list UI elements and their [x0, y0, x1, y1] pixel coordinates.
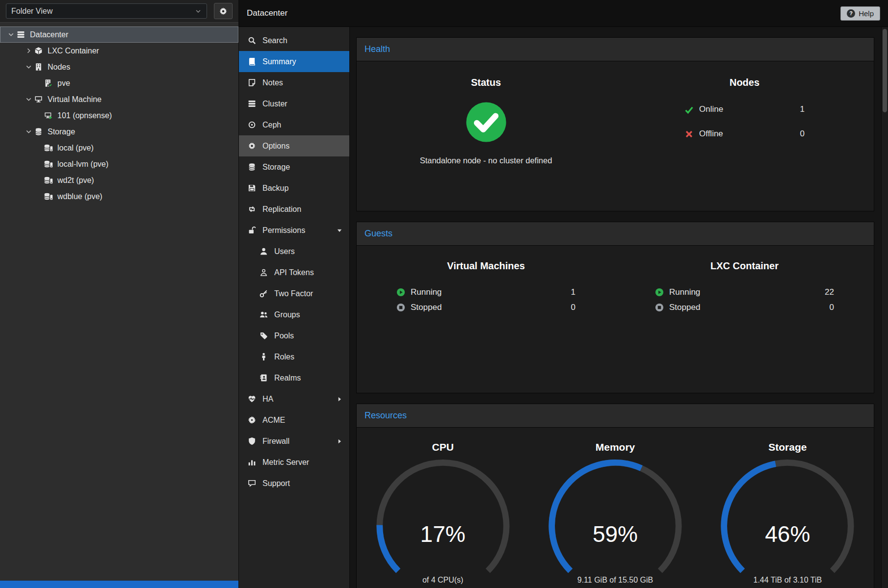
menu-item[interactable]: Pools: [239, 325, 349, 346]
nodes-status-rows: Online 1 Offline 0: [684, 97, 805, 146]
resource-gauge: Storage 46% 1.44 TiB of 3.10 TiB: [702, 441, 874, 588]
scrollbar-thumb[interactable]: [883, 29, 887, 112]
main-region: Datacenter ? Help Search: [239, 0, 888, 588]
chevron-right-icon[interactable]: [23, 47, 34, 54]
tree-item[interactable]: local (pve): [0, 140, 238, 156]
menu-item-label: Search: [262, 36, 287, 45]
menu-item[interactable]: Notes: [239, 72, 349, 93]
menu-item-label: Metric Server: [262, 458, 309, 467]
user-outline-icon: [260, 268, 269, 277]
tree-settings-button[interactable]: [214, 3, 233, 19]
menu-item[interactable]: API Tokens: [239, 262, 349, 283]
caret-right-icon: [337, 438, 343, 444]
resource-gauge: Memory 59% 9.11 GiB of 15.50 GiB: [529, 441, 701, 588]
tree-item[interactable]: local-lvm (pve): [0, 156, 238, 172]
top-header-bar: Datacenter ? Help: [239, 0, 888, 27]
tree-item[interactable]: LXC Container: [0, 43, 238, 59]
menu-item[interactable]: Options: [239, 135, 349, 156]
gauge-title: Storage: [702, 441, 874, 453]
node-status-row: Offline 0: [684, 122, 805, 146]
question-circle-icon: ?: [847, 9, 855, 18]
tree-item[interactable]: Nodes: [0, 59, 238, 75]
heartbeat-icon: [248, 395, 258, 403]
tree-item-label: pve: [57, 79, 70, 88]
menu-item-label: Backup: [262, 184, 288, 193]
guest-status-label: Stopped: [411, 303, 442, 312]
status-message: Standalone node - no cluster defined: [357, 156, 615, 165]
menu-item[interactable]: Realms: [239, 367, 349, 388]
node-status-label: Online: [699, 104, 723, 114]
virtual-machines-column: Virtual Machines Running 1: [357, 260, 615, 393]
unlock-icon: [248, 226, 258, 234]
guest-status-row: Stopped 0: [396, 300, 575, 315]
tree-item-label: wd2t (pve): [57, 176, 94, 185]
gauge-title: CPU: [357, 441, 529, 453]
chevron-down-icon[interactable]: [23, 63, 34, 71]
health-panel-header: Health: [357, 38, 874, 61]
menu-item[interactable]: Support: [239, 473, 349, 494]
menu-item[interactable]: Firewall: [239, 431, 349, 452]
resource-tree-panel: Folder View Datacenter LXC Container: [0, 0, 239, 588]
tree-item[interactable]: Storage: [0, 124, 238, 140]
cube-icon: [34, 47, 46, 55]
person-icon: [260, 353, 269, 361]
menu-item[interactable]: Users: [239, 241, 349, 262]
tree-item-label: local (pve): [57, 144, 94, 153]
gauge-percent-value: 59%: [542, 521, 689, 547]
menu-item[interactable]: HA: [239, 388, 349, 409]
tree-item-label: local-lvm (pve): [57, 160, 108, 169]
tree-item[interactable]: pve: [0, 75, 238, 91]
tree-item-label: Virtual Machine: [48, 95, 102, 104]
menu-item-label: Summary: [262, 57, 296, 66]
tree-item[interactable]: Virtual Machine: [0, 91, 238, 107]
vm-column-heading: Virtual Machines: [357, 260, 615, 272]
chevron-down-icon[interactable]: [23, 128, 34, 135]
menu-item[interactable]: Ceph: [239, 114, 349, 135]
gear-icon: [248, 142, 258, 150]
menu-item[interactable]: Backup: [239, 178, 349, 199]
menu-item[interactable]: Replication: [239, 199, 349, 220]
gear-icon: [219, 7, 228, 16]
tree-item[interactable]: wdblue (pve): [0, 188, 238, 205]
certificate-icon: [248, 416, 258, 424]
tree-item-label: Datacenter: [30, 30, 68, 39]
database-icon: [34, 128, 46, 136]
bottom-panel-strip: [0, 581, 238, 588]
guest-status-label: Running: [669, 287, 700, 297]
gauge-percent-value: 17%: [369, 521, 517, 547]
chevron-down-icon[interactable]: [23, 96, 34, 103]
users-icon: [260, 310, 269, 319]
building-icon: [34, 63, 46, 71]
tree-toolbar: Folder View: [0, 0, 238, 23]
menu-item[interactable]: Permissions: [239, 220, 349, 241]
tree-item[interactable]: 101 (opnsense): [0, 107, 238, 124]
menu-item[interactable]: Metric Server: [239, 452, 349, 473]
gauge-percent-value: 46%: [714, 521, 861, 547]
menu-item[interactable]: Roles: [239, 346, 349, 367]
search-icon: [248, 36, 258, 45]
menu-item[interactable]: Storage: [239, 156, 349, 178]
menu-item[interactable]: Summary: [239, 51, 349, 72]
menu-item[interactable]: Cluster: [239, 93, 349, 114]
tree-item[interactable]: Datacenter: [0, 26, 238, 43]
node-status-label: Offline: [699, 129, 723, 139]
chevron-down-icon[interactable]: [5, 31, 16, 38]
tree-item-label: LXC Container: [48, 47, 99, 55]
guest-status-label: Stopped: [669, 303, 700, 312]
health-panel-title: Health: [365, 44, 390, 54]
menu-item[interactable]: Search: [239, 30, 349, 51]
vertical-scrollbar[interactable]: [881, 27, 888, 588]
menu-item-label: Groups: [274, 310, 300, 319]
tree-item[interactable]: wd2t (pve): [0, 172, 238, 188]
view-mode-select[interactable]: Folder View: [6, 3, 207, 19]
menu-item[interactable]: Two Factor: [239, 283, 349, 304]
node-online-icon: [44, 79, 55, 87]
help-button[interactable]: ? Help: [840, 6, 880, 21]
menu-item[interactable]: ACME: [239, 409, 349, 431]
resources-panel: Resources CPU 17% of 4 CPU(s): [356, 404, 874, 588]
help-button-label: Help: [859, 9, 874, 18]
gauge-arc: [542, 458, 689, 575]
address-book-icon: [260, 374, 269, 382]
menu-item[interactable]: Groups: [239, 304, 349, 325]
tree-item-label: Storage: [48, 128, 75, 136]
